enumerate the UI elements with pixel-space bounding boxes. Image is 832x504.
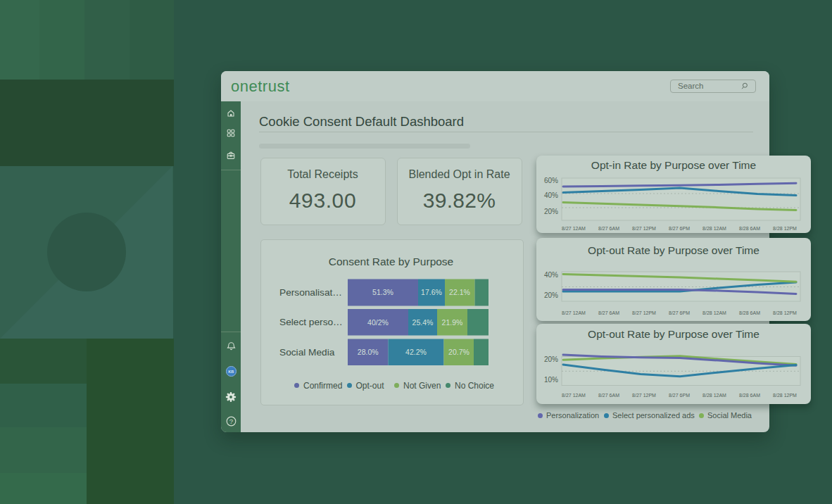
svg-text:8/27 6AM: 8/27 6AM	[598, 310, 619, 315]
svg-text:8/28 6AM: 8/28 6AM	[739, 310, 760, 315]
svg-text:8/27 6PM: 8/27 6PM	[669, 393, 690, 398]
svg-text:8/28 12PM: 8/28 12PM	[773, 393, 797, 398]
svg-text:40%: 40%	[544, 191, 558, 199]
svg-text:8/27 12PM: 8/27 12PM	[632, 310, 656, 315]
svg-text:8/28 6AM: 8/28 6AM	[739, 226, 760, 231]
svg-text:22.1%: 22.1%	[449, 288, 470, 296]
svg-text:8/27 6PM: 8/27 6PM	[669, 310, 690, 315]
svg-text:40/2%: 40/2%	[367, 318, 389, 327]
svg-text:60%: 60%	[544, 177, 558, 184]
svg-text:8/28 12AM: 8/28 12AM	[702, 393, 726, 398]
svg-text:8/27 6AM: 8/27 6AM	[598, 393, 619, 398]
svg-text:8/27 6AM: 8/27 6AM	[598, 226, 619, 231]
svg-text:8/28 12PM: 8/28 12PM	[773, 310, 797, 315]
svg-text:21.9%: 21.9%	[442, 318, 463, 327]
svg-text:8/28 12AM: 8/28 12AM	[702, 226, 726, 231]
svg-text:8/27 12AM: 8/27 12AM	[562, 393, 586, 398]
svg-text:?: ?	[229, 417, 232, 425]
svg-text:28.0%: 28.0%	[358, 348, 379, 356]
svg-text:8/27 12PM: 8/27 12PM	[632, 226, 656, 231]
svg-text:8/27 6PM: 8/27 6PM	[669, 226, 690, 231]
svg-text:8/27 12AM: 8/27 12AM	[562, 310, 586, 315]
svg-text:8/27 12AM: 8/27 12AM	[562, 226, 586, 231]
svg-text:42.2%: 42.2%	[405, 348, 427, 356]
svg-text:40%: 40%	[544, 271, 558, 279]
svg-text:8/28 6AM: 8/28 6AM	[739, 393, 760, 398]
svg-text:10%: 10%	[544, 376, 558, 384]
svg-text:20.7%: 20.7%	[448, 348, 469, 356]
svg-text:17.6%: 17.6%	[421, 288, 442, 296]
svg-text:51.3%: 51.3%	[372, 288, 393, 296]
svg-text:20%: 20%	[544, 355, 558, 363]
svg-text:8/28 12AM: 8/28 12AM	[702, 310, 726, 315]
svg-text:20%: 20%	[544, 208, 558, 215]
svg-text:20%: 20%	[544, 291, 558, 299]
svg-text:25.4%: 25.4%	[412, 318, 434, 327]
svg-text:8/28 12PM: 8/28 12PM	[773, 226, 797, 231]
svg-text:8/27 12PM: 8/27 12PM	[632, 393, 656, 398]
